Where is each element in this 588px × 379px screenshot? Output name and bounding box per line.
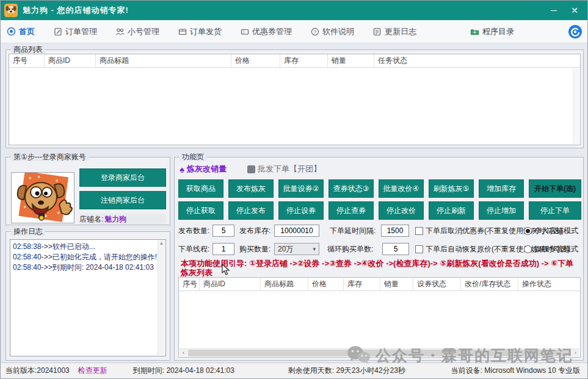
buy-count-label: 购买数量: — [239, 243, 270, 255]
chevron-down-icon: ▾ — [313, 246, 316, 252]
menu-bar: 首页 订单管理 小号管理 订单发货 优惠券管理 ? 软件说明 更新日志 — [1, 20, 588, 43]
add-stock-button[interactable]: 增加库存 — [479, 179, 524, 198]
stop-refresh-button[interactable]: 停止刷新 — [429, 201, 474, 220]
order-delay-label: 下单延时间隔: — [330, 225, 376, 237]
loop-order-input[interactable] — [382, 243, 409, 255]
product-col-stock: 库存 — [280, 54, 328, 67]
login-group-title: 第①步---登录商家账号 — [11, 153, 89, 161]
refresh-ash-button[interactable]: 刷新炼灰⑤ — [429, 179, 474, 198]
version-text: 当前版本:20241003 — [5, 366, 70, 376]
product-list-title: 商品列表 — [11, 45, 45, 54]
task-table-hscrollbar[interactable]: ‹ › — [180, 348, 579, 356]
menu-order-manage[interactable]: 订单管理 — [53, 26, 97, 37]
personal-mode-radio[interactable] — [524, 227, 532, 235]
function-group: 功能页 ♠ 炼灰改销量 批发下单【开团】 获取商品 发布炼灰 批量设券② 查券状… — [174, 157, 584, 361]
order-manage-icon — [53, 27, 62, 36]
product-table-body — [9, 68, 580, 145]
scroll-right-icon[interactable]: › — [572, 350, 579, 356]
stop-price-button[interactable]: 停止改价 — [379, 201, 424, 220]
stop-check-button[interactable]: 停止查券 — [328, 201, 374, 220]
minimize-button[interactable]: ─ — [543, 2, 564, 18]
task-col-id: 商品ID — [200, 278, 261, 291]
publish-ash-button[interactable]: 发布炼灰 — [228, 179, 274, 198]
restore-price-checkbox[interactable] — [415, 245, 423, 253]
task-table-body — [179, 291, 580, 348]
log-group: 操作日志 02:58:38->>软件已启动... 02:58:40->>已初始化… — [5, 231, 170, 361]
product-table[interactable]: 序号 商品ID 商品标题 价格 库存 销量 任务状态 — [9, 54, 581, 145]
stop-publish-button[interactable]: 停止发布 — [228, 201, 274, 220]
publish-count-input[interactable] — [212, 225, 234, 237]
get-products-button[interactable]: 获取商品 — [178, 179, 223, 198]
product-list-group: 商品列表 序号 商品ID 商品标题 价格 库存 销量 任务状态 — [5, 49, 584, 148]
close-button[interactable]: ✕ — [564, 2, 585, 18]
log-list[interactable]: 02:58:38->>软件已启动... 02:58:40->>已初始化完成，请开… — [10, 239, 166, 356]
scrollbar-thumb[interactable] — [188, 350, 571, 356]
stop-coupon-button[interactable]: 停止设券 — [278, 201, 324, 220]
menu-order-manage-label: 订单管理 — [65, 26, 97, 37]
log-group-title: 操作日志 — [11, 227, 45, 236]
coupon-icon — [240, 27, 249, 36]
menu-accounts[interactable]: 小号管理 — [115, 26, 159, 37]
publish-stock-input[interactable] — [274, 225, 319, 237]
flagship-mode-label: 旗舰专营模式 — [534, 244, 578, 254]
app-window: 魅力狗 - 您的店铺动销专家! ─ ✕ 首页 订单管理 小号管理 订单发货 优惠… — [0, 0, 588, 379]
menu-shipping[interactable]: 订单发货 — [178, 26, 222, 37]
menu-help-label: 软件说明 — [322, 26, 354, 37]
shipping-icon — [178, 27, 187, 36]
window-title: 魅力狗 - 您的店铺动销专家! — [23, 5, 129, 16]
order-delay-input[interactable] — [381, 225, 409, 237]
menu-help[interactable]: ? 软件说明 — [310, 26, 354, 37]
tab-wholesale-order[interactable]: 批发下单【开团】 — [247, 164, 321, 175]
menu-coupon[interactable]: 优惠券管理 — [240, 26, 292, 37]
flagship-mode-radio[interactable] — [524, 245, 532, 253]
menu-accounts-label: 小号管理 — [128, 26, 159, 37]
tab-ash-sales[interactable]: ♠ 炼灰改销量 — [180, 164, 227, 175]
log-scrollbar[interactable]: ▲ — [158, 240, 165, 355]
menu-coupon-label: 优惠券管理 — [252, 26, 292, 37]
loop-order-label: 循环购买单数: — [327, 243, 373, 255]
title-bar: 魅力狗 - 您的店铺动销专家! ─ ✕ — [1, 1, 588, 20]
coupon-status-button[interactable]: 查券状态③ — [328, 179, 374, 198]
menu-home[interactable]: 首页 — [7, 26, 35, 37]
scroll-left-icon[interactable]: ‹ — [180, 350, 187, 356]
product-col-title: 商品标题 — [96, 54, 231, 67]
scroll-up-icon[interactable]: ▲ — [158, 240, 165, 247]
task-col-stock: 库存 — [344, 278, 380, 291]
stop-add-button[interactable]: 停止增加 — [479, 201, 524, 220]
menu-program-dir-label: 程序目录 — [482, 26, 514, 37]
login-group: 第①步---登录商家账号 登录 — [5, 157, 170, 225]
shop-name-label: 店铺名: — [79, 214, 103, 225]
function-group-title: 功能页 — [180, 153, 206, 161]
start-order-button[interactable]: 开始下单(选) — [529, 179, 581, 198]
task-col-price-stock: 改价/库存状态 — [461, 278, 518, 291]
menu-changelog[interactable]: 更新日志 — [372, 26, 416, 37]
publish-stock-label: 发布库存: — [239, 225, 270, 237]
logout-merchant-button[interactable]: 注销商家后台 — [79, 191, 166, 209]
menu-shipping-label: 订单发货 — [190, 26, 222, 37]
product-table-scrollbar[interactable] — [573, 68, 579, 144]
assistant-icon[interactable] — [568, 24, 583, 39]
batch-price-button[interactable]: 批量改价④ — [379, 179, 424, 198]
task-col-index: 序号 — [179, 278, 200, 291]
mascot-image — [11, 172, 74, 223]
batch-coupon-button[interactable]: 批量设券② — [278, 179, 324, 198]
buy-count-select[interactable]: 20万 ▾ — [274, 243, 319, 255]
help-icon: ? — [310, 27, 319, 36]
cancel-coupon-checkbox[interactable] — [415, 227, 423, 235]
task-col-price: 价格 — [308, 278, 344, 291]
product-col-id: 商品ID — [45, 54, 96, 67]
device-text: 当前设备: Microsoft Windows 10 专业版 — [451, 366, 580, 376]
task-col-sales: 销量 — [380, 278, 413, 291]
product-col-status: 任务状态 — [374, 54, 580, 67]
stop-order-button[interactable]: 停止下单 — [529, 201, 581, 220]
personal-mode-label: 个人店铺模式 — [534, 226, 578, 236]
product-col-sales: 销量 — [328, 54, 374, 67]
check-update-link[interactable]: 检查更新 — [78, 366, 107, 376]
stop-get-button[interactable]: 停止获取 — [178, 201, 223, 220]
menu-program-dir[interactable]: 程序目录 — [470, 26, 514, 37]
order-thread-input[interactable] — [212, 243, 234, 255]
task-table[interactable]: 序号 商品ID 商品标题 价格 库存 销量 设券状态 改价/库存状态 操作状态 … — [178, 277, 581, 358]
usage-guide-text: 本项功能使用引导: ①登录店铺 ->②设券 ->③查券 ->④改价 ->(检查库… — [181, 259, 581, 277]
login-merchant-button[interactable]: 登录商家后台 — [79, 168, 166, 187]
buy-count-value: 20万 — [278, 244, 293, 254]
